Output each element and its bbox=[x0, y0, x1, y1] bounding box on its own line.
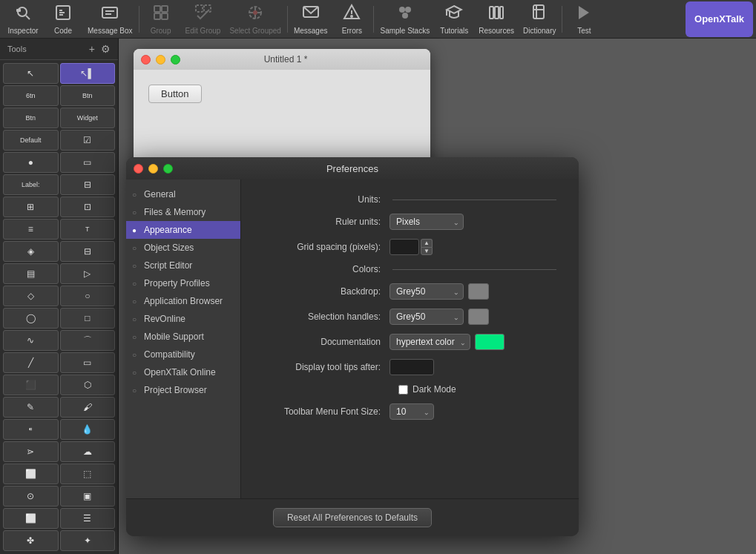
tool-label[interactable]: Label: bbox=[3, 174, 59, 195]
toolbar-messages[interactable]: Messages bbox=[289, 1, 332, 37]
tool-lasso[interactable]: ⊙ bbox=[3, 486, 59, 507]
tool-freehand[interactable]: ∿ bbox=[3, 330, 59, 351]
backdrop-swatch[interactable] bbox=[468, 283, 489, 300]
selection-handles-select[interactable]: Grey50 bbox=[389, 309, 464, 325]
toolbar-code[interactable]: Code bbox=[43, 1, 83, 37]
prefs-nav-project-browser[interactable]: Project Browser bbox=[126, 381, 240, 399]
tool-btn-oval[interactable]: 6tn bbox=[3, 85, 59, 106]
tool-lines[interactable]: ☰ bbox=[60, 508, 116, 529]
tool-fill[interactable]: ⁌ bbox=[3, 419, 59, 440]
backdrop-select[interactable]: Grey50 bbox=[389, 283, 464, 300]
prefs-nav-script-editor[interactable]: Script Editor bbox=[126, 257, 240, 274]
selection-swatch[interactable] bbox=[468, 309, 489, 325]
grid-spacing-increment[interactable]: ▲ bbox=[421, 239, 433, 247]
tool-circle-filled[interactable]: ● bbox=[3, 152, 59, 173]
tool-hscroll[interactable]: ⊟ bbox=[60, 174, 116, 195]
tutorials-label: Tutorials bbox=[440, 27, 468, 35]
prefs-nav-files-memory[interactable]: Files & Memory bbox=[126, 203, 240, 221]
toolbar-test[interactable]: Test bbox=[564, 1, 604, 37]
tool-bezier[interactable]: ⌒ bbox=[60, 330, 116, 351]
tool-pointer[interactable]: ↖▌ bbox=[60, 63, 116, 84]
errors-label: Errors bbox=[342, 27, 362, 35]
grid-spacing-decrement[interactable]: ▼ bbox=[421, 247, 433, 255]
tool-checkbox-small[interactable]: ☑ bbox=[60, 130, 116, 151]
tool-pencil[interactable]: ✎ bbox=[3, 397, 59, 418]
tool-text[interactable]: T bbox=[60, 219, 116, 240]
font-size-select[interactable]: 10 11 12 13 bbox=[389, 403, 434, 420]
tool-btn-rect[interactable]: Btn bbox=[60, 85, 116, 106]
prefs-nav-appearance[interactable]: Appearance bbox=[126, 221, 240, 239]
tool-rounded-rect2[interactable]: ⬛ bbox=[3, 375, 59, 395]
prefs-nav-compatibility[interactable]: Compatibility bbox=[126, 346, 240, 363]
documentation-swatch[interactable] bbox=[475, 334, 504, 350]
reset-preferences-button[interactable]: Reset All Preferences to Defaults bbox=[273, 508, 432, 527]
tool-diamond[interactable]: ◇ bbox=[3, 286, 59, 306]
toolbar-group[interactable]: Group bbox=[141, 1, 181, 37]
tool-square[interactable]: □ bbox=[60, 308, 116, 329]
toolbar-resources[interactable]: Resources bbox=[474, 1, 519, 37]
tools-gear-button[interactable]: ⚙ bbox=[101, 43, 111, 55]
tool-spinner[interactable]: ◈ bbox=[3, 241, 59, 262]
tool-default[interactable]: Default bbox=[3, 130, 59, 151]
tool-table[interactable]: ⊞ bbox=[3, 197, 59, 217]
toolbar-dictionary[interactable]: Dictionary bbox=[519, 1, 560, 37]
prefs-nav-property-profiles[interactable]: Property Profiles bbox=[126, 274, 240, 292]
toolbar-errors[interactable]: Errors bbox=[332, 1, 372, 37]
tool-stencil[interactable]: ✤ bbox=[3, 530, 59, 551]
tool-window[interactable]: ▭ bbox=[60, 152, 116, 173]
tool-rect-tool[interactable]: ▣ bbox=[60, 486, 116, 507]
tool-star[interactable]: ✦ bbox=[60, 530, 116, 551]
main-area: Untitled 1 * Button Preferences General … bbox=[119, 39, 756, 554]
tool-rect-empty[interactable]: ⬜ bbox=[3, 508, 59, 529]
tool-circle-empty[interactable]: ◯ bbox=[3, 308, 59, 329]
toolbar-message-box[interactable]: Message Box bbox=[83, 1, 137, 37]
tool-rounded-rect[interactable]: ▭ bbox=[60, 352, 116, 373]
dark-mode-label[interactable]: Dark Mode bbox=[412, 384, 456, 395]
messages-icon bbox=[302, 4, 320, 25]
tool-eyedrop[interactable]: 💧 bbox=[60, 419, 116, 440]
prefs-nav-revonline[interactable]: RevOnline bbox=[126, 310, 240, 328]
message-box-icon bbox=[101, 4, 119, 25]
colors-label: Colors: bbox=[263, 264, 389, 274]
add-tool-button[interactable]: + bbox=[89, 43, 95, 55]
prefs-nav-general[interactable]: General bbox=[126, 185, 240, 203]
prefs-nav-mobile-support[interactable]: Mobile Support bbox=[126, 328, 240, 346]
errors-icon bbox=[343, 4, 361, 25]
tool-arrow[interactable]: ↖ bbox=[3, 63, 59, 84]
toolbar-inspector[interactable]: Inspector bbox=[3, 1, 43, 37]
tool-btn-check[interactable]: Btn bbox=[3, 108, 59, 128]
prefs-nav-openxtalk-online[interactable]: OpenXTalk Online bbox=[126, 363, 240, 381]
tool-circle[interactable]: ○ bbox=[60, 286, 116, 306]
tool-hlist[interactable]: ▤ bbox=[3, 263, 59, 284]
prefs-nav-object-sizes[interactable]: Object Sizes bbox=[126, 239, 240, 257]
toolbar-edit-group[interactable]: Edit Group bbox=[181, 1, 226, 37]
tool-player[interactable]: ▷ bbox=[60, 263, 116, 284]
tooltip-input[interactable]: 500 bbox=[389, 359, 434, 375]
tool-polygon[interactable]: ⬡ bbox=[60, 375, 116, 395]
tool-fish[interactable]: ⋗ bbox=[3, 441, 59, 462]
tool-list[interactable]: ≡ bbox=[3, 219, 59, 240]
tool-brush[interactable]: 🖌 bbox=[60, 397, 116, 418]
svg-line-1 bbox=[26, 16, 30, 19]
prefs-nav-application-browser[interactable]: Application Browser bbox=[126, 292, 240, 310]
ruler-units-select[interactable]: Pixels bbox=[389, 214, 464, 230]
toolbar-tutorials[interactable]: Tutorials bbox=[434, 1, 474, 37]
toolbar-openxtalk[interactable]: OpenXTalk bbox=[686, 1, 753, 37]
toolbar-sample-stacks[interactable]: Sample Stacks bbox=[375, 1, 434, 37]
tool-spray[interactable]: ☁ bbox=[60, 441, 116, 462]
font-size-label: Toolbar Menu Font Size: bbox=[263, 406, 389, 417]
documentation-select[interactable]: hypertext color bbox=[389, 334, 470, 350]
tool-vlist[interactable]: ⊟ bbox=[60, 241, 116, 262]
tool-eraser[interactable]: ⬜ bbox=[3, 464, 59, 484]
tool-vscroll[interactable]: ⊡ bbox=[60, 197, 116, 217]
font-size-select-wrap: 10 11 12 13 bbox=[389, 403, 434, 420]
tool-select-rect[interactable]: ⬚ bbox=[60, 464, 116, 484]
sample-button[interactable]: Button bbox=[148, 85, 202, 103]
inspector-icon bbox=[14, 4, 32, 25]
tool-line[interactable]: ╱ bbox=[3, 352, 59, 373]
toolbar-select-grouped[interactable]: Select Grouped bbox=[225, 1, 286, 37]
svg-rect-13 bbox=[162, 13, 168, 19]
dark-mode-checkbox[interactable] bbox=[398, 385, 408, 395]
tool-widget[interactable]: Widget bbox=[60, 108, 116, 128]
grid-spacing-input[interactable]: 2 bbox=[389, 239, 419, 255]
